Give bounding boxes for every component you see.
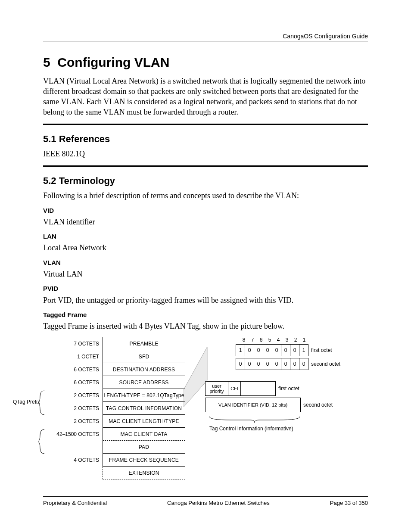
header-right: CanogaOS Configuration Guide [283, 32, 368, 40]
term-body-lan: Local Area Network [43, 243, 368, 253]
bit-num: 8 [240, 337, 248, 342]
frame-field-fcs: FRAME CHECK SEQUENCE [103, 454, 185, 467]
chapter-title: Configuring VLAN [57, 55, 169, 69]
octet-label: 2 OCTETS [43, 419, 103, 424]
term-heading-tagged-frame: Tagged Frame [43, 311, 368, 319]
section-title: Terminology [59, 175, 115, 186]
section-number: 5.2 [43, 175, 56, 186]
octet-label: 1 OCTET [43, 354, 103, 359]
bit-cell: 0 [236, 358, 245, 370]
frame-field-clientdata: MAC CLIENT DATA [103, 428, 185, 441]
byte-row: 0 0 0 0 0 0 0 0 second octet [205, 358, 347, 370]
octet-label: first octet [276, 386, 314, 391]
tci-informative-note: Tag Control Information (informative) [205, 426, 347, 431]
section-number: 5.1 [43, 134, 56, 144]
bit-num: 1 [300, 337, 308, 342]
octet-label: first octet [308, 348, 347, 353]
octet-label: 42–1500 OCTETS [43, 432, 103, 437]
octet-label: 6 OCTETS [43, 367, 103, 372]
term-heading-vid: VID [43, 206, 368, 215]
octet-label: 7 OCTETS [43, 341, 103, 346]
footer: Proprietary & Confidential Canoga Perkin… [43, 496, 368, 507]
frame-field-lentype: MAC CLIENT LENGTH/TYPE [103, 415, 185, 428]
tci-user-priority: user priority [205, 381, 228, 396]
bit-cell: 1 [299, 344, 308, 356]
bit-num: 2 [291, 337, 300, 342]
frame-left: 7 OCTETSPREAMBLE 1 OCTETSFD 6 OCTETSDEST… [43, 337, 188, 479]
frame-field-pad: PAD [103, 441, 185, 454]
bit-header: 8 7 6 5 4 3 2 1 [205, 337, 347, 342]
bit-cell: 0 [290, 358, 299, 370]
bit-cell: 0 [272, 358, 281, 370]
octet-label: 2 OCTETS [43, 406, 103, 411]
bit-cell: 0 [281, 344, 290, 356]
footer-center: Canoga Perkins Metro Ethernet Switches [167, 499, 270, 507]
footer-right: Page 33 of 350 [330, 499, 368, 507]
term-heading-vlan: VLAN [43, 258, 368, 267]
octet-label: 4 OCTETS [43, 457, 103, 463]
octet-label: 2 OCTETS [43, 393, 103, 398]
section-terminology-heading: 5.2 Terminology [43, 174, 368, 187]
header-rule [43, 41, 368, 41]
octet-label: second octet [301, 402, 339, 408]
bit-cell: 0 [263, 344, 272, 356]
section-references-heading: 5.1 References [43, 133, 368, 146]
frame-field-tci: TAG CONTROL INFORMATION [103, 402, 185, 415]
byte-row: 1 0 0 0 0 0 0 1 first octet [205, 344, 347, 356]
term-body-tagged-frame: Tagged Frame is inserted with 4 Bytes VL… [43, 321, 368, 331]
octet-label: second octet [308, 361, 347, 367]
section-title: References [59, 134, 110, 144]
frame-field-da: DESTINATION ADDRESS [103, 363, 185, 376]
bit-cell: 0 [254, 344, 263, 356]
intro-paragraph: VLAN (Virtual Local Area Network) is a s… [43, 76, 368, 118]
page: CanogaOS Configuration Guide 5 Configuri… [0, 0, 411, 532]
bit-cell: 1 [236, 344, 245, 356]
term-body-pvid: Port VID, the untagged or priority-tagge… [43, 295, 368, 305]
term-heading-lan: LAN [43, 232, 368, 241]
bit-cell: 0 [245, 358, 254, 370]
bit-cell: 0 [272, 344, 281, 356]
tci-vid: VLAN IDENTIFIER (VID, 12 bits) [205, 398, 301, 412]
bit-num: 6 [257, 337, 265, 342]
octet-label: 6 OCTETS [43, 380, 103, 385]
tci-cfi: CFI [228, 381, 240, 396]
section-rule [43, 165, 368, 167]
section-rule [43, 124, 368, 125]
bit-cell: 0 [290, 344, 299, 356]
bit-num: 5 [265, 337, 274, 342]
underbrace-icon [205, 415, 304, 423]
tci-empty [240, 381, 276, 396]
frame-field-extension: EXTENSION [103, 467, 185, 479]
frame-diagram: 7 OCTETSPREAMBLE 1 OCTETSFD 6 OCTETSDEST… [43, 337, 368, 479]
bit-cell: 0 [263, 358, 272, 370]
frame-field-sa: SOURCE ADDRESS [103, 376, 185, 389]
qtag-prefix-label: QTag Prefix [13, 399, 40, 404]
tci-row: user priority CFI first octet [205, 381, 347, 396]
frame-right: 8 7 6 5 4 3 2 1 1 0 0 0 [205, 337, 347, 479]
bit-cell: 0 [254, 358, 263, 370]
bit-cell: 0 [281, 358, 290, 370]
footer-left: Proprietary & Confidential [43, 499, 107, 507]
bit-num: 3 [283, 337, 291, 342]
frame-field-preamble: PREAMBLE [103, 337, 185, 350]
chapter-number: 5 [43, 55, 50, 69]
tci-row: VLAN IDENTIFIER (VID, 12 bits) second oc… [205, 398, 347, 412]
bit-cell: 0 [245, 344, 254, 356]
term-heading-pvid: PVID [43, 284, 368, 293]
frame-field-tagtype: LENGTH/TYPE = 802.1QTagType [103, 389, 185, 402]
content: 5 Configuring VLAN VLAN (Virtual Local A… [43, 54, 368, 479]
term-body-vlan: Virtual LAN [43, 269, 368, 279]
references-body: IEEE 802.1Q [43, 149, 368, 159]
term-body-vid: VLAN identifier [43, 217, 368, 227]
chapter-heading: 5 Configuring VLAN [43, 54, 368, 72]
bit-num: 4 [274, 337, 283, 342]
bit-cell: 0 [299, 358, 308, 370]
terminology-intro: Following is a brief description of term… [43, 190, 368, 201]
bit-num: 7 [248, 337, 257, 342]
frame-field-sfd: SFD [103, 350, 185, 363]
